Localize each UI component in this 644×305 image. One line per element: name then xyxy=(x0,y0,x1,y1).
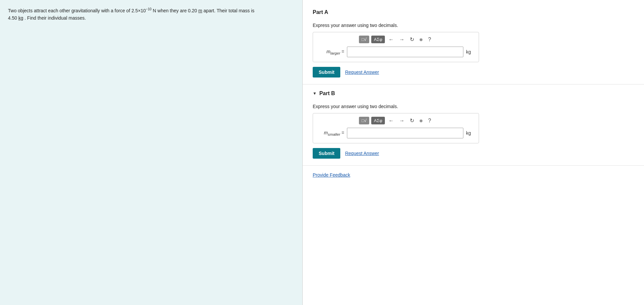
part-b-submit-button[interactable]: Submit xyxy=(313,148,340,159)
part-a-answer-input[interactable] xyxy=(347,47,463,57)
provide-feedback-button[interactable]: Provide Feedback xyxy=(313,172,350,178)
part-a-title: Part A xyxy=(313,9,328,15)
part-a-instruction: Express your answer using two decimals. xyxy=(313,23,634,28)
part-b-keyboard-button[interactable]: ⎈ xyxy=(418,117,424,124)
template-icon-b: □√ xyxy=(362,118,367,123)
part-a-equals: = xyxy=(342,49,344,54)
part-b-collapse-arrow[interactable]: ▼ xyxy=(313,91,317,96)
part-b-input-row: msmaller = kg xyxy=(318,128,474,138)
part-b-title: Part B xyxy=(319,90,335,96)
part-b-m-label: msmaller xyxy=(324,130,340,135)
part-a-m-label: mlarger xyxy=(326,49,340,54)
problem-text: Two objects attract each other gravitati… xyxy=(8,7,294,22)
part-a-redo-button[interactable]: → xyxy=(398,36,406,43)
part-a-request-answer-button[interactable]: Request Answer xyxy=(345,70,379,75)
part-a-template-button[interactable]: □√ xyxy=(359,36,369,43)
part-a-answer-box: □√ ΑΣφ ← → ↻ ⎈ ? mlarger = kg xyxy=(313,32,479,62)
part-b-variable-label: msmaller = xyxy=(318,130,344,136)
part-b-redo-button[interactable]: → xyxy=(398,117,406,124)
part-b-instruction: Express your answer using two decimals. xyxy=(313,104,634,109)
part-b-request-answer-button[interactable]: Request Answer xyxy=(345,151,379,156)
part-b-action-row: Submit Request Answer xyxy=(313,148,634,159)
part-b-template-button[interactable]: □√ xyxy=(359,117,369,124)
part-a-subscript: larger xyxy=(330,51,340,55)
template-icon: □√ xyxy=(362,37,367,42)
part-a-toolbar: □√ ΑΣφ ← → ↻ ⎈ ? xyxy=(318,36,474,43)
part-a-submit-button[interactable]: Submit xyxy=(313,67,340,77)
part-b-unit: kg xyxy=(466,130,474,136)
right-panel: Part A Express your answer using two dec… xyxy=(303,0,644,305)
part-b-equals: = xyxy=(342,130,344,135)
part-a-refresh-button[interactable]: ↻ xyxy=(408,36,416,43)
part-b-refresh-button[interactable]: ↻ xyxy=(408,117,416,124)
left-panel: Two objects attract each other gravitati… xyxy=(0,0,303,305)
part-b-answer-input[interactable] xyxy=(347,128,463,138)
part-a-help-button[interactable]: ? xyxy=(426,36,433,43)
part-a-unit: kg xyxy=(466,49,474,55)
part-a-action-row: Submit Request Answer xyxy=(313,67,634,77)
part-b-toolbar: □√ ΑΣφ ← → ↻ ⎈ ? xyxy=(318,117,474,124)
part-a-math-button[interactable]: ΑΣφ xyxy=(371,36,385,43)
part-b-undo-button[interactable]: ← xyxy=(387,117,396,124)
part-b-header: ▼ Part B xyxy=(313,88,634,99)
part-b-help-button[interactable]: ? xyxy=(426,117,433,124)
part-a-variable-label: mlarger = xyxy=(318,49,344,55)
part-a-keyboard-button[interactable]: ⎈ xyxy=(418,36,424,43)
part-b-subscript: smaller xyxy=(328,132,340,136)
part-a-section: Part A Express your answer using two dec… xyxy=(303,3,644,84)
part-a-undo-button[interactable]: ← xyxy=(387,36,396,43)
part-b-math-button[interactable]: ΑΣφ xyxy=(371,117,385,124)
provide-feedback-section: Provide Feedback xyxy=(303,166,644,184)
part-a-header: Part A xyxy=(313,7,634,18)
part-b-answer-box: □√ ΑΣφ ← → ↻ ⎈ ? msmaller = kg xyxy=(313,113,479,143)
part-b-section: ▼ Part B Express your answer using two d… xyxy=(303,84,644,166)
part-a-input-row: mlarger = kg xyxy=(318,47,474,57)
